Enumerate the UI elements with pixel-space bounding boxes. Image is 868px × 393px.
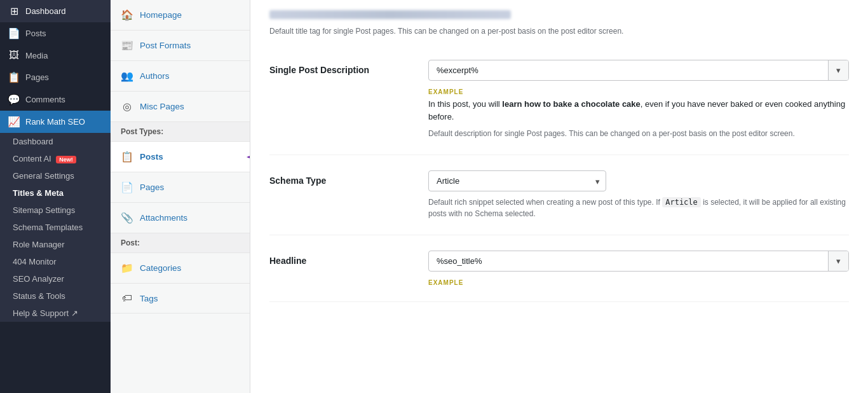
mid-item-authors[interactable]: 👥 Authors (111, 61, 250, 92)
sidebar-item-rank-math[interactable]: 📈 Rank Math SEO (0, 111, 111, 133)
submenu-schema-templates[interactable]: Schema Templates (0, 219, 111, 236)
middle-panel: 🏠 Homepage 📰 Post Formats 👥 Authors ◎ Mi… (111, 0, 250, 393)
post-header: Post: (111, 233, 250, 253)
headline-label: Headline (269, 251, 409, 266)
submenu-role-manager[interactable]: Role Manager (0, 236, 111, 253)
single-post-description-hint: Default description for single Post page… (428, 128, 849, 139)
single-post-description-input[interactable] (429, 60, 828, 80)
headline-chevron[interactable]: ▾ (828, 251, 848, 271)
schema-type-content: Article BlogPosting None Default rich sn… (428, 170, 849, 219)
mid-item-post-formats[interactable]: 📰 Post Formats (111, 31, 250, 61)
mid-item-posts-type[interactable]: 📋 Posts (111, 142, 250, 172)
rank-math-icon: 📈 (8, 116, 20, 128)
pages-type-icon: 📄 (121, 181, 133, 193)
rank-math-submenu: Dashboard Content AI New! General Settin… (0, 133, 111, 322)
sidebar-item-dashboard[interactable]: ⊞ Dashboard (0, 0, 111, 22)
main-content: Default title tag for single Post pages.… (250, 0, 868, 393)
mid-item-categories[interactable]: 📁 Categories (111, 253, 250, 284)
submenu-content-ai[interactable]: Content AI New! (0, 150, 111, 167)
single-post-description-content: ▾ EXAMPLE In this post, you will learn h… (428, 60, 849, 139)
submenu-titles-meta[interactable]: Titles & Meta (0, 184, 111, 202)
schema-type-hint: Default rich snippet selected when creat… (428, 197, 849, 219)
submenu-sitemap-settings[interactable]: Sitemap Settings (0, 202, 111, 219)
schema-type-code: Article (662, 197, 701, 207)
submenu-seo-analyzer[interactable]: SEO Analyzer (0, 270, 111, 287)
default-title-hint: Default title tag for single Post pages.… (269, 25, 849, 37)
post-formats-icon: 📰 (121, 39, 133, 52)
schema-type-row: Schema Type Article BlogPosting None Def… (269, 155, 849, 235)
attachments-icon: 📎 (121, 212, 133, 224)
purple-arrow (243, 149, 250, 165)
example-label-2: EXAMPLE (428, 279, 849, 286)
schema-type-label: Schema Type (269, 170, 409, 186)
single-post-description-row: Single Post Description ▾ EXAMPLE In thi… (269, 45, 849, 155)
dashboard-icon: ⊞ (8, 5, 20, 17)
submenu-general-settings[interactable]: General Settings (0, 167, 111, 184)
mid-item-attachments[interactable]: 📎 Attachments (111, 203, 250, 233)
media-icon: 🖼 (8, 50, 20, 61)
pages-icon: 📋 (8, 71, 20, 83)
mid-item-homepage[interactable]: 🏠 Homepage (111, 0, 250, 31)
blurred-title-bar (269, 10, 511, 19)
misc-pages-icon: ◎ (121, 100, 133, 113)
sidebar-item-posts[interactable]: 📄 Posts (0, 22, 111, 45)
mid-item-tags[interactable]: 🏷 Tags (111, 284, 250, 314)
submenu-404-monitor[interactable]: 404 Monitor (0, 253, 111, 270)
example-text-1: In this post, you will learn how to bake… (428, 98, 849, 123)
posts-type-icon: 📋 (121, 151, 133, 163)
home-icon: 🏠 (121, 9, 133, 21)
sidebar-item-media[interactable]: 🖼 Media (0, 45, 111, 66)
sidebar-item-comments[interactable]: 💬 Comments (0, 88, 111, 111)
mid-item-misc-pages[interactable]: ◎ Misc Pages (111, 92, 250, 122)
authors-icon: 👥 (121, 70, 133, 82)
headline-content: ▾ EXAMPLE (428, 251, 849, 286)
new-badge: New! (56, 156, 76, 163)
tags-icon: 🏷 (121, 293, 133, 304)
posts-icon: 📄 (8, 27, 20, 39)
mid-item-pages-type[interactable]: 📄 Pages (111, 172, 250, 203)
submenu-help-support[interactable]: Help & Support ↗ (0, 305, 111, 322)
example-label-1: EXAMPLE (428, 88, 849, 95)
single-post-description-chevron[interactable]: ▾ (828, 60, 848, 80)
post-types-header: Post Types: (111, 122, 250, 142)
single-post-description-input-wrapper: ▾ (428, 60, 849, 81)
schema-type-select[interactable]: Article BlogPosting None (428, 170, 606, 191)
headline-row: Headline ▾ EXAMPLE (269, 235, 849, 302)
single-post-description-label: Single Post Description (269, 60, 409, 75)
headline-input-wrapper: ▾ (428, 251, 849, 272)
sidebar: ⊞ Dashboard 📄 Posts 🖼 Media 📋 Pages 💬 Co… (0, 0, 111, 393)
sidebar-item-pages[interactable]: 📋 Pages (0, 66, 111, 88)
comments-icon: 💬 (8, 93, 20, 106)
submenu-status-tools[interactable]: Status & Tools (0, 287, 111, 305)
headline-input[interactable] (429, 251, 828, 271)
categories-icon: 📁 (121, 262, 133, 274)
schema-type-select-wrapper: Article BlogPosting None (428, 170, 606, 191)
submenu-dashboard[interactable]: Dashboard (0, 133, 111, 150)
